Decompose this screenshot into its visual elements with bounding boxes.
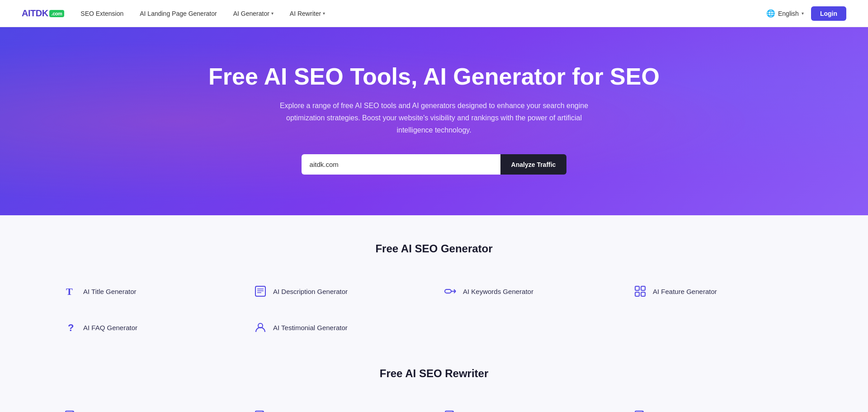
svg-rect-12 [641, 292, 645, 296]
generator-section-title: Free AI SEO Generator [54, 242, 814, 255]
tool-ai-title-rewriter[interactable]: AI Title Rewriter [54, 398, 244, 412]
globe-icon: 🌐 [766, 9, 775, 18]
tool-name: AI Title Generator [83, 288, 137, 295]
url-input[interactable] [302, 154, 500, 175]
logo-badge: .com [49, 10, 65, 17]
tool-ai-keywords-generator[interactable]: AI Keywords Generator [434, 273, 624, 309]
svg-text:T: T [66, 286, 73, 297]
hero-section: Free AI SEO Tools, AI Generator for SEO … [0, 27, 868, 215]
tool-ai-description-generator[interactable]: AI Description Generator [244, 273, 434, 309]
tool-ai-feature-generator[interactable]: AI Feature Generator [624, 273, 814, 309]
chevron-down-icon: ▾ [802, 11, 804, 16]
svg-rect-5 [445, 289, 451, 293]
nav-ai-generator[interactable]: AI Generator ▾ [233, 10, 274, 17]
title-rewriter-icon [63, 409, 78, 412]
main-content: Free AI SEO Generator T AI Title Generat… [0, 215, 868, 412]
keywords-icon [443, 284, 458, 298]
nav-landing-page[interactable]: AI Landing Page Generator [140, 10, 217, 17]
feature-icon [633, 284, 647, 298]
feature-rewriter-icon [633, 409, 647, 412]
tool-name: AI Description Generator [273, 288, 348, 295]
rewriter-tool-grid: AI Title Rewriter AI Description Rewrite… [54, 398, 814, 412]
tool-ai-keywords-rewriter[interactable]: AI Keywords Rewriter [434, 398, 624, 412]
keywords-rewriter-icon [443, 409, 458, 412]
tool-ai-description-rewriter[interactable]: AI Description Rewriter [244, 398, 434, 412]
tool-name: AI Testimonial Generator [273, 324, 348, 331]
description-rewriter-icon [253, 409, 268, 412]
search-bar: Analyze Traffic [22, 154, 846, 175]
logo[interactable]: AITDK .com [22, 8, 64, 19]
tool-ai-testimonial-generator[interactable]: AI Testimonial Generator [244, 309, 434, 346]
faq-icon: ? [63, 320, 78, 335]
nav-ai-rewriter[interactable]: AI Rewriter ▾ [290, 10, 325, 17]
svg-rect-1 [255, 286, 265, 296]
generator-tool-grid: T AI Title Generator AI Description Gene… [54, 273, 814, 346]
title-icon: T [63, 284, 78, 298]
hero-subtitle: Explore a range of free AI SEO tools and… [276, 99, 592, 137]
tool-name: AI Keywords Generator [463, 288, 533, 295]
svg-rect-11 [635, 292, 639, 296]
tool-ai-faq-generator[interactable]: ? AI FAQ Generator [54, 309, 244, 346]
logo-text: AITDK [22, 8, 48, 19]
description-icon [253, 284, 268, 298]
chevron-down-icon: ▾ [323, 11, 325, 16]
hero-title: Free AI SEO Tools, AI Generator for SEO [22, 63, 846, 90]
language-label: English [778, 10, 799, 17]
tool-name: AI FAQ Generator [83, 324, 137, 331]
tool-ai-feature-rewriter[interactable]: AI Feature Rewriter [624, 398, 814, 412]
svg-rect-9 [635, 286, 639, 290]
testimonial-icon [253, 320, 268, 335]
language-selector[interactable]: 🌐 English ▾ [766, 9, 804, 18]
analyze-traffic-button[interactable]: Analyze Traffic [500, 154, 567, 175]
tool-ai-title-generator[interactable]: T AI Title Generator [54, 273, 244, 309]
tool-name: AI Feature Generator [653, 288, 717, 295]
rewriter-section-title: Free AI SEO Rewriter [54, 367, 814, 380]
login-button[interactable]: Login [811, 6, 846, 21]
chevron-down-icon: ▾ [271, 11, 274, 16]
navbar: AITDK .com SEO Extension AI Landing Page… [0, 0, 868, 27]
svg-rect-10 [641, 286, 645, 290]
nav-seo-extension[interactable]: SEO Extension [80, 10, 123, 17]
svg-text:?: ? [68, 322, 74, 333]
